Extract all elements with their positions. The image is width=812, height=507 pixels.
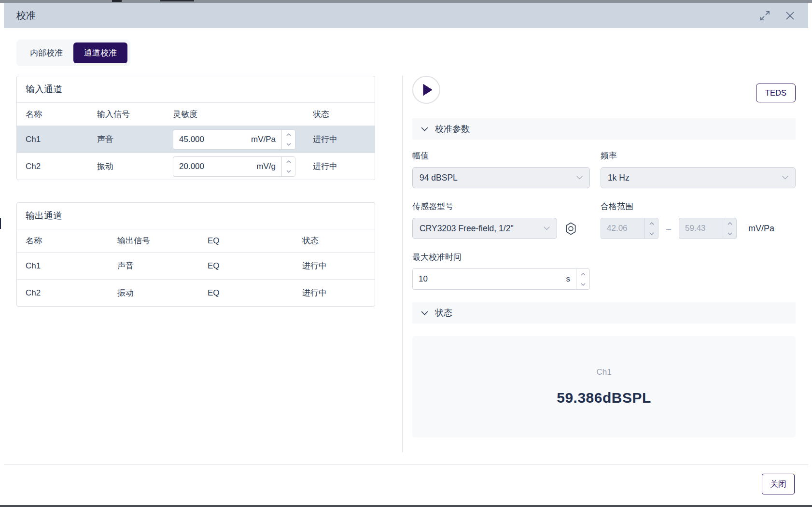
background-fragment <box>0 218 1 229</box>
amplitude-select[interactable]: 94 dBSPL <box>412 167 590 188</box>
input-signal: 声音 <box>88 134 164 145</box>
status-text: 进行中 <box>294 287 375 298</box>
max-time-field: 最大校准时间 10 s <box>412 252 590 290</box>
sensor-model-value: CRY3203 Free-field, 1/2" <box>420 224 514 234</box>
range-max-stepper: 59.43 <box>679 218 737 239</box>
status-text: 进行中 <box>294 260 375 271</box>
col-header-output-signal: 输出信号 <box>109 235 199 246</box>
range-dash: – <box>666 224 671 234</box>
dialog-title: 校准 <box>16 9 36 22</box>
col-header-status: 状态 <box>294 235 375 246</box>
sensor-label: 传感器型号 <box>412 201 590 212</box>
stepper-arrows <box>281 157 295 176</box>
sensitivity-stepper-ch1[interactable]: 45.000 mV/Pa <box>173 129 295 150</box>
stepper-up-icon[interactable] <box>645 218 658 228</box>
sensor-nut-icon[interactable] <box>565 222 577 236</box>
tab-channel-calibration[interactable]: 通道校准 <box>73 42 127 63</box>
channel-name: Ch2 <box>17 162 88 171</box>
max-time-label: 最大校准时间 <box>412 252 590 263</box>
input-table-header: 名称 输入信号 灵敏度 状态 <box>17 102 375 126</box>
stepper-up-icon[interactable] <box>723 218 736 228</box>
params-grid: 幅值 94 dBSPL 频率 1k Hz <box>412 150 796 290</box>
table-row-ch1[interactable]: Ch1 声音 45.000 mV/Pa <box>17 126 375 153</box>
section-calibration-params[interactable]: 校准参数 <box>412 118 796 140</box>
stepper-down-icon[interactable] <box>576 279 589 289</box>
amplitude-label: 幅值 <box>412 150 590 161</box>
chevron-down-icon[interactable] <box>421 127 428 131</box>
expand-icon[interactable] <box>759 10 770 21</box>
channel-name: Ch1 <box>17 261 109 271</box>
range-min-value: 42.06 <box>607 224 628 233</box>
chevron-down-icon <box>544 226 550 230</box>
output-table-title: 输出通道 <box>17 203 375 229</box>
frequency-select[interactable]: 1k Hz <box>601 167 796 188</box>
table-row-out-ch1[interactable]: Ch1 声音 EQ 进行中 <box>17 252 375 279</box>
stepper-down-icon[interactable] <box>282 167 295 176</box>
col-header-eq: EQ <box>199 236 294 246</box>
background-fragment <box>112 0 122 2</box>
frequency-field: 频率 1k Hz <box>601 150 796 188</box>
stepper-up-icon[interactable] <box>282 157 295 167</box>
range-max-value: 59.43 <box>685 224 706 233</box>
range-min-stepper: 42.06 <box>601 218 658 239</box>
col-header-status: 状态 <box>304 109 375 120</box>
max-time-stepper[interactable]: 10 s <box>412 268 590 290</box>
eq-value: EQ <box>199 261 294 271</box>
range-field: 合格范围 42.06 – 59.43 <box>601 201 796 239</box>
col-header-name: 名称 <box>17 235 109 246</box>
sensitivity-unit: mV/Pa <box>251 135 276 144</box>
stepper-arrows <box>281 130 295 149</box>
status-text: 进行中 <box>304 161 375 172</box>
range-label: 合格范围 <box>601 201 796 212</box>
table-row-ch2[interactable]: Ch2 振动 20.000 mV/g <box>17 153 375 180</box>
eq-value: EQ <box>199 288 294 298</box>
max-time-value: 10 <box>419 274 428 284</box>
calibration-panel: TEDS 校准参数 幅值 94 dBSPL <box>403 76 796 452</box>
amplitude-value: 94 dBSPL <box>420 173 458 183</box>
sensitivity-value: 45.000 <box>179 135 204 144</box>
result-channel: Ch1 <box>596 367 611 377</box>
input-table-title: 输入通道 <box>17 76 375 102</box>
col-header-name: 名称 <box>17 109 88 120</box>
calibration-toolbar: TEDS <box>412 76 796 104</box>
stepper-up-icon[interactable] <box>282 130 295 140</box>
close-button[interactable]: 关闭 <box>762 474 795 494</box>
output-channels-table: 输出通道 名称 输出信号 EQ 状态 Ch1 声音 EQ 进行中 Ch2 <box>16 202 375 307</box>
dialog-footer: 关闭 <box>4 465 808 505</box>
teds-button[interactable]: TEDS <box>756 84 796 102</box>
section-title: 校准参数 <box>435 123 470 135</box>
col-header-input-signal: 输入信号 <box>88 109 164 120</box>
sensitivity-value: 20.000 <box>179 162 204 171</box>
stepper-down-icon[interactable] <box>282 140 295 149</box>
channel-name: Ch1 <box>17 135 88 144</box>
sensitivity-stepper-ch2[interactable]: 20.000 mV/g <box>173 156 295 177</box>
stepper-arrows <box>576 269 589 289</box>
max-time-unit: s <box>566 274 571 284</box>
output-signal: 声音 <box>109 260 199 271</box>
background-fragment <box>160 0 194 1</box>
table-row-out-ch2[interactable]: Ch2 振动 EQ 进行中 <box>17 279 375 306</box>
stepper-up-icon[interactable] <box>576 269 589 279</box>
play-button[interactable] <box>412 76 440 104</box>
input-channels-table: 输入通道 名称 输入信号 灵敏度 状态 Ch1 声音 45.00 <box>16 76 375 180</box>
stepper-down-icon[interactable] <box>723 228 736 239</box>
dialog-header: 校准 <box>4 3 808 28</box>
section-title: 状态 <box>435 307 452 319</box>
stepper-arrows <box>644 218 658 239</box>
calibration-result-card: Ch1 59.386dBSPL <box>412 336 796 437</box>
chevron-down-icon[interactable] <box>421 311 428 315</box>
channel-name: Ch2 <box>17 288 109 298</box>
sensor-model-select[interactable]: CRY3203 Free-field, 1/2" <box>412 218 557 239</box>
frequency-label: 频率 <box>601 150 796 161</box>
sensor-field: 传感器型号 CRY3203 Free-field, 1/2" <box>412 201 590 239</box>
output-signal: 振动 <box>109 287 199 298</box>
range-unit: mV/Pa <box>748 224 774 234</box>
tab-internal-calibration[interactable]: 内部校准 <box>19 42 73 63</box>
close-icon[interactable] <box>784 10 796 21</box>
sensitivity-unit: mV/g <box>256 162 276 171</box>
chevron-down-icon <box>576 176 583 180</box>
calibration-tabs: 内部校准 通道校准 <box>16 40 130 66</box>
input-signal: 振动 <box>88 161 164 172</box>
section-status[interactable]: 状态 <box>412 302 796 324</box>
stepper-down-icon[interactable] <box>645 228 658 239</box>
